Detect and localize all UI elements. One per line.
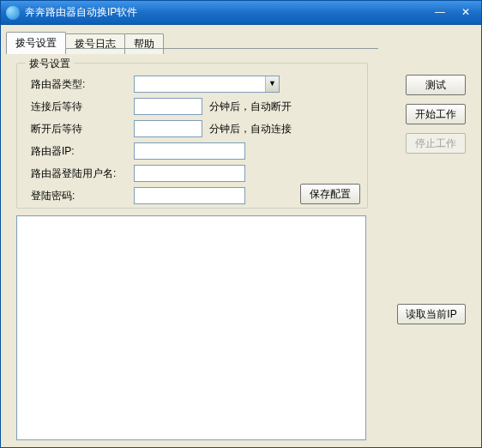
chevron-down-icon[interactable]: ▼ (265, 76, 279, 92)
save-config-button[interactable]: 保存配置 (300, 184, 360, 204)
router-user-label: 路由器登陆用户名: (31, 166, 134, 181)
connect-wait-input[interactable] (134, 98, 202, 115)
window-controls: — ✕ (428, 5, 481, 21)
stop-work-button: 停止工作 (406, 133, 466, 154)
window-title: 奔奔路由器自动换IP软件 (25, 5, 428, 20)
router-type-combo[interactable]: ▼ (134, 76, 280, 93)
router-ip-label: 路由器IP: (31, 144, 134, 159)
connect-wait-suffix: 分钟后，自动断开 (209, 100, 292, 114)
log-textarea[interactable] (16, 215, 366, 440)
connect-wait-label: 连接后等待 (31, 100, 134, 114)
disconnect-wait-input[interactable] (134, 120, 202, 137)
close-button[interactable]: ✕ (454, 5, 478, 21)
read-current-ip-button[interactable]: 读取当前IP (397, 304, 466, 324)
app-window: 奔奔路由器自动换IP软件 — ✕ 拨号设置 拨号日志 帮助 拨号设置 路由器类型… (0, 0, 482, 448)
group-title: 拨号设置 (26, 57, 74, 71)
titlebar[interactable]: 奔奔路由器自动换IP软件 — ✕ (1, 1, 481, 25)
app-icon (6, 6, 20, 20)
minimize-button[interactable]: — (428, 5, 452, 21)
start-work-button[interactable]: 开始工作 (406, 104, 466, 124)
tab-dial-settings[interactable]: 拨号设置 (6, 32, 66, 54)
router-pass-label: 登陆密码: (31, 189, 134, 203)
router-type-label: 路由器类型: (31, 77, 134, 92)
disconnect-wait-suffix: 分钟后，自动连接 (209, 122, 292, 136)
router-user-input[interactable] (134, 165, 245, 182)
test-button[interactable]: 测试 (406, 75, 466, 95)
client-area: 拨号设置 拨号日志 帮助 拨号设置 路由器类型: ▼ 连接后等待 分钟后，自动断… (1, 25, 481, 447)
router-ip-input[interactable] (134, 142, 245, 160)
dial-settings-group: 拨号设置 路由器类型: ▼ 连接后等待 分钟后，自动断开 断开后等待 分钟后，自… (16, 63, 368, 209)
disconnect-wait-label: 断开后等待 (31, 122, 134, 136)
router-pass-input[interactable] (134, 187, 245, 204)
